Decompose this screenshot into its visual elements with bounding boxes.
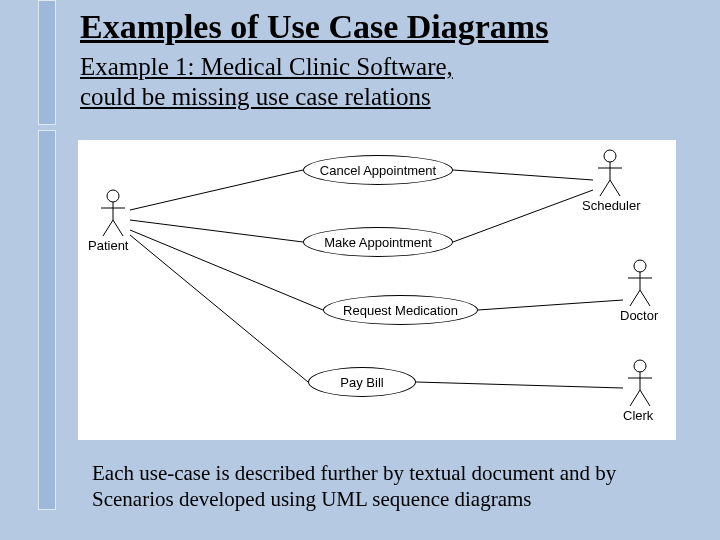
footer-line-2: Scenarios developed using UML sequence d… [92,487,532,511]
footer-line-1: Each use-case is described further by te… [92,461,616,485]
usecase-cancel-label: Cancel Appointment [320,163,436,178]
actor-clerk-icon [623,358,663,408]
svg-point-13 [604,150,616,162]
usecase-pay-label: Pay Bill [340,375,383,390]
actor-scheduler-icon [593,148,633,198]
svg-point-23 [634,360,646,372]
usecase-make-appointment: Make Appointment [303,227,453,257]
svg-line-7 [416,382,623,388]
usecase-pay-bill: Pay Bill [308,367,416,397]
usecase-request-medication: Request Medication [323,295,478,325]
actor-patient-label: Patient [88,238,128,253]
svg-line-11 [103,220,113,236]
slide-side-accent-top [38,0,56,125]
slide-side-accent-bottom [38,130,56,510]
svg-line-4 [453,170,593,180]
svg-line-16 [600,180,610,196]
svg-line-26 [630,390,640,406]
actor-scheduler-label: Scheduler [582,198,641,213]
svg-line-5 [453,190,593,242]
actor-doctor-icon [623,258,663,308]
svg-line-17 [610,180,620,196]
usecase-make-label: Make Appointment [324,235,432,250]
actor-patient-icon [96,188,136,238]
actor-clerk-label: Clerk [623,408,653,423]
svg-point-18 [634,260,646,272]
svg-line-22 [640,290,650,306]
svg-line-3 [130,235,308,382]
subtitle-line-2: could be missing use case relations [80,83,431,110]
page-title: Examples of Use Case Diagrams [80,8,548,46]
svg-line-0 [130,170,303,210]
usecase-request-label: Request Medication [343,303,458,318]
svg-line-2 [130,230,323,310]
subtitle-line-1: Example 1: Medical Clinic Software, [80,53,453,80]
page-subtitle: Example 1: Medical Clinic Software, coul… [80,52,453,112]
svg-line-1 [130,220,303,242]
actor-doctor-label: Doctor [620,308,658,323]
svg-line-27 [640,390,650,406]
use-case-diagram: Patient Scheduler Doctor Cler [78,140,676,440]
svg-line-6 [478,300,623,310]
footer-note: Each use-case is described further by te… [92,460,692,513]
svg-line-12 [113,220,123,236]
usecase-cancel-appointment: Cancel Appointment [303,155,453,185]
svg-point-8 [107,190,119,202]
svg-line-21 [630,290,640,306]
